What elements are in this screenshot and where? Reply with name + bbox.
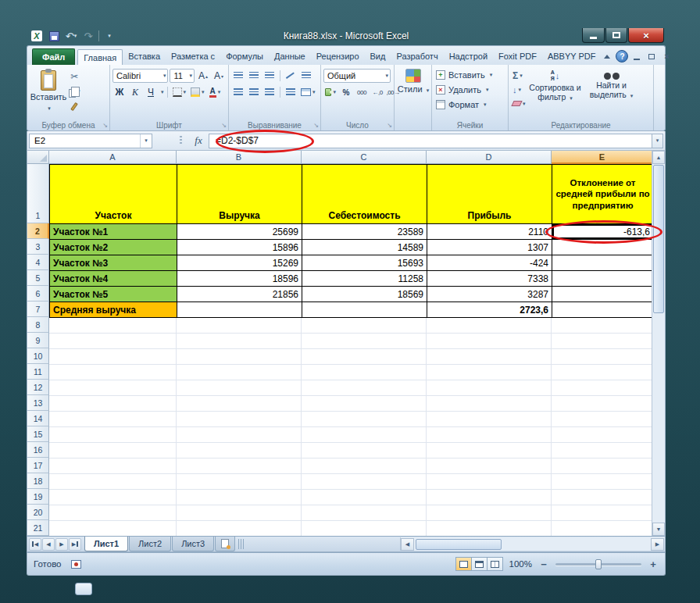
minimize-button[interactable] (582, 28, 605, 43)
align-right-button[interactable] (262, 85, 277, 99)
last-sheet-button[interactable]: ▶ (69, 538, 81, 551)
cell-D3[interactable]: 1307 (427, 240, 552, 255)
scroll-down-button[interactable]: ▼ (652, 523, 665, 536)
tab-split-handle[interactable] (238, 539, 244, 549)
row-header-15[interactable]: 15 (27, 426, 49, 442)
fill-color-button[interactable]: ▾ (189, 85, 206, 99)
cell-C7[interactable] (302, 302, 427, 318)
row-header-12[interactable]: 12 (27, 380, 49, 395)
cell-C6[interactable]: 18569 (302, 287, 427, 302)
increase-decimal-button[interactable]: ←,0 (370, 85, 384, 99)
row-header-21[interactable]: 21 (27, 520, 49, 536)
zoom-slider[interactable] (555, 563, 641, 566)
sheet-tab-list2[interactable]: Лист2 (129, 537, 171, 551)
align-middle-button[interactable] (247, 69, 261, 83)
next-sheet-button[interactable]: ▶ (55, 538, 68, 551)
merge-center-button[interactable]: ▾ (299, 85, 317, 99)
row-header-16[interactable]: 16 (27, 442, 49, 458)
dialog-launcher-icon[interactable]: ↘ (387, 123, 392, 129)
cell-B7[interactable] (177, 302, 302, 318)
vertical-scroll-thumb[interactable] (653, 165, 664, 313)
grow-font-button[interactable]: А▴ (196, 69, 210, 83)
underline-button[interactable]: Ч (144, 85, 158, 99)
workbook-restore-button[interactable] (645, 50, 658, 62)
italic-button[interactable]: К (128, 85, 142, 99)
row-header-1[interactable]: 1 (27, 164, 49, 223)
col-header-B[interactable]: B (177, 151, 302, 164)
tab-abbyy-pdf[interactable]: ABBYY PDF (542, 48, 602, 65)
row-header-19[interactable]: 19 (27, 489, 49, 505)
copy-button[interactable]: ▾ (67, 84, 82, 98)
dialog-launcher-icon[interactable]: ↘ (313, 123, 319, 129)
row-header-4[interactable]: 4 (27, 255, 49, 270)
first-sheet-button[interactable]: ◀ (29, 538, 41, 551)
dialog-launcher-icon[interactable]: ↘ (221, 123, 227, 129)
formula-input[interactable]: =D2-$D$7 (209, 134, 652, 148)
scroll-right-button[interactable]: ▶ (651, 538, 664, 551)
cell-E3[interactable] (552, 240, 653, 255)
cell-E4[interactable] (552, 255, 653, 271)
scroll-left-button[interactable]: ◀ (401, 538, 414, 551)
horizontal-scrollbar[interactable]: ◀ ▶ (400, 537, 664, 551)
view-page-layout-button[interactable] (471, 557, 488, 571)
dialog-launcher-icon[interactable]: ↘ (102, 123, 108, 129)
col-header-D[interactable]: D (427, 151, 552, 164)
cell-B1[interactable]: Выручка (177, 165, 302, 224)
name-box[interactable]: E2 ▾ (29, 134, 152, 148)
cell-D5[interactable]: 7338 (427, 271, 552, 287)
tab-addins[interactable]: Надстрой (444, 48, 493, 65)
cell-A7[interactable]: Средняя выручка (50, 302, 177, 318)
qat-customize-button[interactable]: ▾ (102, 29, 116, 43)
clear-button[interactable]: ▾ (511, 97, 527, 110)
row-header-13[interactable]: 13 (27, 395, 49, 411)
tab-data[interactable]: Данные (269, 48, 311, 65)
format-painter-button[interactable] (67, 99, 82, 113)
horizontal-scroll-thumb[interactable] (416, 539, 502, 550)
row-header-7[interactable]: 7 (27, 302, 49, 317)
cell-C4[interactable]: 15693 (302, 255, 427, 271)
cell-A3[interactable]: Участок №2 (50, 240, 177, 255)
percent-style-button[interactable]: % (339, 85, 353, 99)
tab-foxit-pdf[interactable]: Foxit PDF (493, 48, 542, 65)
zoom-slider-thumb[interactable] (595, 559, 602, 569)
cell-A2[interactable]: Участок №1 (50, 224, 177, 240)
font-size-select[interactable]: 11▾ (170, 69, 195, 83)
row-header-5[interactable]: 5 (27, 270, 49, 286)
row-header-2[interactable]: 2 (27, 223, 49, 239)
paste-button[interactable]: Вставить ▾ (30, 67, 67, 119)
col-header-E[interactable]: E (552, 151, 653, 164)
row-header-6[interactable]: 6 (27, 286, 49, 302)
cell-B2[interactable]: 25699 (177, 224, 302, 240)
number-format-select[interactable]: Общий▾ (323, 69, 391, 83)
cell-A6[interactable]: Участок №5 (50, 287, 177, 302)
sheet-tab-list3[interactable]: Лист3 (172, 537, 214, 551)
decrease-indent-button[interactable] (284, 85, 298, 99)
row-header-9[interactable]: 9 (27, 333, 49, 348)
cell-B3[interactable]: 15896 (177, 240, 302, 255)
cell-B4[interactable]: 15269 (177, 255, 302, 271)
undo-button[interactable]: ↶▾ (64, 29, 78, 43)
insert-worksheet-button[interactable] (215, 537, 235, 551)
tab-home[interactable]: Главная (77, 49, 123, 66)
col-header-A[interactable]: A (49, 151, 177, 164)
redo-button[interactable]: ↷ (81, 29, 95, 43)
format-cells-button[interactable]: Формат▾ (434, 97, 505, 112)
cell-E1[interactable]: Отклонение от средней прибыли по предпри… (552, 165, 653, 224)
row-header-10[interactable]: 10 (27, 348, 49, 364)
col-header-C[interactable]: C (302, 151, 427, 164)
cell-A5[interactable]: Участок №4 (50, 271, 177, 287)
font-color-button[interactable]: А▾ (208, 85, 223, 99)
zoom-level[interactable]: 100% (509, 559, 532, 569)
cell-D4[interactable]: -424 (427, 255, 552, 271)
cell-E5[interactable] (552, 271, 653, 287)
wrap-text-button[interactable] (299, 69, 313, 83)
tab-insert[interactable]: Вставка (123, 48, 166, 65)
formula-bar-handle[interactable] (152, 131, 188, 150)
autosum-button[interactable]: Σ▾ (511, 69, 527, 82)
row-header-18[interactable]: 18 (27, 473, 49, 489)
cell-D2[interactable]: 2110 (427, 224, 552, 240)
save-button[interactable] (47, 29, 61, 43)
close-button[interactable]: × (628, 28, 664, 43)
bold-button[interactable]: Ж (112, 85, 127, 99)
fill-button[interactable]: ↓▾ (511, 83, 527, 96)
